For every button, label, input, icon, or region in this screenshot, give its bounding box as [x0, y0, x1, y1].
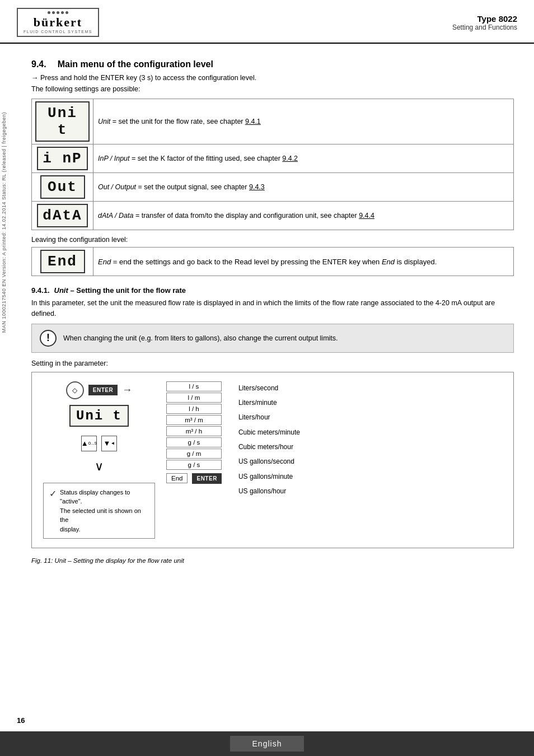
unit-box-lm: l / m [166, 393, 222, 403]
inp-icon-cell: i nP [32, 144, 93, 173]
arrow-right-icon: → [122, 384, 132, 396]
section-9-4-1-number: 9.4.1. [31, 286, 50, 295]
logo-dot-2 [52, 11, 55, 14]
flow-right: l / s l / m l / h m³ / m m³ / h g / s g … [166, 381, 502, 498]
flow-left: ◇ ENTER → Uni t ▲0...9 ▼◄ ∨ ✓ [43, 381, 155, 539]
section-9-4-title: Main menu of the configuration level [58, 59, 213, 69]
end-lcd-icon: End [40, 250, 85, 273]
table-row: dAtA dAtA / Data = transfer of data from… [32, 202, 514, 230]
leaving-text: Leaving the configuration level: [31, 236, 514, 244]
unit-lcd-icon: Uni t [35, 101, 90, 142]
section-9-4-following-text: The following settings are possible: [31, 85, 514, 93]
enter-button-1[interactable]: ENTER [88, 385, 118, 395]
side-label: MAN 1000217540 EN Version: A printed: 14… [0, 112, 9, 333]
section-9-4-heading: 9.4.Main menu of the configuration level [31, 59, 514, 69]
unit-icon-cell: Uni t [32, 99, 93, 144]
v-symbol: ∨ [95, 459, 104, 474]
data-desc-cell: dAtA / Data = transfer of data from/to t… [93, 202, 514, 230]
data-italic: dAtA / Data [98, 212, 133, 220]
inp-italic: InP / Input [98, 155, 130, 162]
table-row: Uni t Unit = set the unit for the flow r… [32, 99, 514, 144]
warning-text: When changing the unit (e.g. from liters… [63, 334, 338, 342]
enter-button-2[interactable]: ENTER [192, 473, 221, 484]
unit-label-gs2: US gallons/hour [238, 484, 300, 498]
status-box: ✓ Status display changes to "active". Th… [43, 483, 155, 539]
unit-box-gs2: g / s [166, 460, 222, 470]
status-text: Status display changes to "active". The … [60, 488, 149, 534]
end-icon-cell: End [32, 248, 93, 276]
data-icon-cell: dAtA [32, 202, 93, 230]
check-icon: ✓ [49, 488, 57, 499]
header-right: Type 8022 Setting and Functions [452, 14, 517, 31]
data-lcd-icon: dAtA [37, 204, 87, 227]
unit-label-col: Liters/second Liters/minute Liters/hour … [238, 381, 300, 498]
header-desc: Setting and Functions [452, 24, 517, 31]
unit-italic: Unit [98, 118, 110, 125]
unit-label-gm: US gallons/minute [238, 470, 300, 483]
up-down-nav: ▲0...9 ▼◄ [81, 436, 117, 451]
logo-area: bürkert FLUID CONTROL SYSTEMS [17, 8, 99, 37]
end-italic-end: End [382, 258, 395, 266]
end-enter-row: End ENTER [166, 473, 222, 484]
out-chapter-link[interactable]: 9.4.3 [249, 183, 265, 191]
section-9-4-1-body: In this parameter, set the unit the meas… [31, 298, 514, 319]
end-italic-start: End [98, 258, 111, 266]
unit-desc-cell: Unit = set the unit for the flow rate, s… [93, 99, 514, 144]
main-content: 9.4.Main menu of the configuration level… [11, 44, 534, 584]
logo-dot-3 [57, 11, 59, 14]
table-row: End End = end the settings and go back t… [32, 248, 514, 276]
nav-button-diamond: ◇ [66, 381, 84, 399]
section-9-4-1-title-italic: Unit [54, 286, 68, 295]
inp-chapter-link[interactable]: 9.4.2 [282, 155, 298, 162]
up-arrow-box[interactable]: ▲0...9 [81, 436, 97, 451]
out-desc-cell: Out / Output = set the output signal, se… [93, 173, 514, 202]
logo-dot-4 [61, 11, 64, 14]
fig-caption: Fig. 11: Unit – Setting the display for … [31, 557, 514, 564]
unit-box-gs1: g / s [166, 437, 222, 447]
unit-box-ls: l / s [166, 381, 222, 391]
data-chapter-link[interactable]: 9.4.4 [359, 212, 374, 220]
unit-chapter-link[interactable]: 9.4.1 [245, 118, 261, 125]
out-icon-cell: Out [32, 173, 93, 202]
unit-label-lh: Liters/hour [238, 410, 300, 424]
status-line1: Status display changes to "active". [60, 489, 130, 505]
table-row: Out Out / Output = set the output signal… [32, 173, 514, 202]
v-arrow-row: ∨ [95, 459, 104, 474]
unit-box-m3h: m³ / h [166, 426, 222, 436]
flow-top: ◇ ENTER → [66, 381, 132, 399]
status-line2: The selected unit is shown on the [60, 507, 141, 524]
down-arrow-box[interactable]: ▼◄ [101, 436, 117, 451]
unit-box-m3m: m³ / m [166, 415, 222, 425]
section-9-4-arrow-text: → Press and hold the ENTER key (3 s) to … [31, 74, 514, 82]
out-lcd-icon: Out [40, 175, 85, 199]
down-nav: ▼◄ [101, 436, 117, 451]
section-9-4-1-title-rest: – Setting the unit for the flow rate [68, 286, 186, 295]
unit-label-ls: Liters/second [238, 381, 300, 395]
unit-display: Uni t [69, 405, 129, 427]
unit-box-lh: l / h [166, 404, 222, 414]
page-number: 16 [17, 716, 25, 725]
table-row: i nP InP / Input = set the K factor of t… [32, 144, 514, 173]
logo-subtitle: FLUID CONTROL SYSTEMS [24, 30, 92, 34]
logo-burkert: bürkert [34, 15, 82, 30]
status-check-row: ✓ Status display changes to "active". Th… [49, 488, 149, 534]
unit-list-col: l / s l / m l / h m³ / m m³ / h g / s g … [166, 381, 222, 498]
warning-box: ! When changing the unit (e.g. from lite… [31, 324, 514, 353]
end-table: End End = end the settings and go back t… [31, 247, 514, 276]
logo-dot-5 [65, 11, 68, 14]
language-button[interactable]: English [230, 736, 305, 752]
warning-icon: ! [40, 330, 57, 347]
config-table: Uni t Unit = set the unit for the flow r… [31, 99, 514, 230]
header-type: Type 8022 [452, 14, 517, 24]
unit-box-gm: g / m [166, 449, 222, 459]
unit-label-m3h: Cubic meters/hour [238, 440, 300, 454]
page-header: bürkert FLUID CONTROL SYSTEMS Type 8022 … [0, 0, 534, 44]
section-9-4-1-heading: 9.4.1.Unit – Setting the unit for the fl… [31, 286, 514, 295]
inp-desc-cell: InP / Input = set the K factor of the fi… [93, 144, 514, 173]
flow-diagram-box: ◇ ENTER → Uni t ▲0...9 ▼◄ ∨ ✓ [31, 372, 514, 549]
end-box: End [166, 473, 188, 483]
section-9-4-number: 9.4. [31, 59, 46, 69]
inp-lcd-icon: i nP [37, 147, 87, 170]
page-footer: English [0, 731, 534, 756]
end-desc-cell: End = end the settings and go back to th… [93, 248, 514, 276]
